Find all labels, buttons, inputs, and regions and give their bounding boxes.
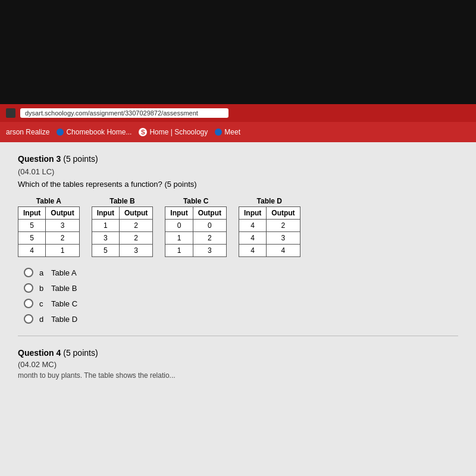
- table-b-header-output: Output: [119, 207, 152, 220]
- nav-item-arson[interactable]: arson Realize: [6, 128, 49, 136]
- radio-a[interactable]: [24, 268, 33, 277]
- table-a-r2-output: 2: [46, 232, 79, 245]
- radio-d[interactable]: [24, 314, 33, 324]
- table-row: 1 2: [165, 232, 227, 245]
- tables-container: Table A Input Output 5 3: [18, 197, 458, 257]
- radio-b[interactable]: [24, 283, 33, 293]
- table-row: 3 2: [92, 232, 153, 245]
- table-row: 4 1: [18, 245, 80, 257]
- table-b-r1-output: 2: [119, 220, 152, 232]
- table-b-r3-input: 5: [92, 245, 119, 257]
- nav-label-meet: Meet: [224, 128, 240, 136]
- table-c-r1-input: 0: [165, 220, 193, 232]
- table-row: 1 2: [92, 220, 153, 232]
- question4-bottom-text: month to buy plants. The table shows the…: [18, 371, 458, 380]
- table-c-r3-input: 1: [165, 245, 193, 257]
- table-c-r3-output: 3: [193, 245, 226, 257]
- table-a-r2-input: 5: [18, 232, 46, 245]
- table-a-r3-output: 1: [46, 245, 79, 257]
- table-c-header-input: Input: [165, 207, 193, 220]
- table-d-wrapper: Table D Input Output 4 2: [239, 197, 300, 257]
- table-c-header-output: Output: [193, 207, 226, 220]
- table-c-label: Table C: [183, 197, 208, 205]
- table-d: Input Output 4 2 4 3: [239, 206, 300, 257]
- question3-text: Which of the tables represents a functio…: [18, 180, 458, 189]
- nav-label-arson: arson Realize: [6, 128, 49, 136]
- table-a-header-output: Output: [46, 207, 79, 220]
- table-c-wrapper: Table C Input Output 0 0: [165, 197, 227, 257]
- answer-choices: a Table A b Table B c Table C d Table D: [24, 268, 458, 324]
- table-d-label: Table D: [257, 197, 282, 205]
- question4: Question 4 (5 points) (04.02 MC) month t…: [18, 348, 458, 380]
- table-d-r3-output: 4: [267, 245, 300, 257]
- chomebook-icon: [57, 129, 64, 136]
- nav-label-schoology: Home | Schoology: [149, 128, 208, 136]
- radio-c[interactable]: [24, 299, 33, 308]
- main-content: Question 3 (5 points) (04.01 LC) Which o…: [0, 142, 476, 476]
- table-a-header-input: Input: [18, 207, 46, 220]
- table-c-r2-input: 1: [165, 232, 193, 245]
- question3-header: Question 3 (5 points): [18, 154, 458, 164]
- answer-b-text: Table B: [51, 284, 77, 293]
- answer-b-letter: b: [39, 284, 45, 293]
- table-row: 4 4: [239, 245, 300, 257]
- table-row: 5 2: [18, 232, 80, 245]
- nav-label-chomebook: Chomebook Home...: [66, 128, 131, 136]
- question4-code: (04.02 MC): [18, 360, 458, 369]
- answer-d-letter: d: [39, 315, 45, 324]
- table-d-header-input: Input: [239, 207, 266, 220]
- answer-a-letter: a: [39, 268, 45, 277]
- table-a-wrapper: Table A Input Output 5 3: [18, 197, 80, 257]
- table-d-r1-output: 2: [267, 220, 300, 232]
- meet-icon: [215, 129, 222, 136]
- top-black-area: [0, 0, 476, 104]
- nav-item-schoology[interactable]: S Home | Schoology: [139, 128, 208, 136]
- table-d-header-output: Output: [267, 207, 300, 220]
- browser-bar: dysart.schoology.com/assignment/33070298…: [0, 104, 476, 122]
- nav-item-chomebook[interactable]: Chomebook Home...: [57, 128, 131, 136]
- table-a-r1-output: 3: [46, 220, 79, 232]
- table-row: 5 3: [18, 220, 80, 232]
- answer-c-letter: c: [39, 299, 45, 308]
- nav-item-meet[interactable]: Meet: [215, 128, 240, 136]
- table-b-wrapper: Table B Input Output 1 2: [92, 197, 154, 257]
- answer-d[interactable]: d Table D: [24, 314, 458, 324]
- table-row: 0 0: [165, 220, 227, 232]
- answer-a[interactable]: a Table A: [24, 268, 458, 277]
- question4-header: Question 4 (5 points): [18, 348, 458, 358]
- answer-c-text: Table C: [51, 299, 77, 308]
- nav-bar: arson Realize Chomebook Home... S Home |…: [0, 122, 476, 142]
- table-c: Input Output 0 0 1 2: [165, 206, 227, 257]
- question3-code: (04.01 LC): [18, 167, 458, 176]
- url-bar[interactable]: dysart.schoology.com/assignment/33070298…: [20, 108, 228, 118]
- table-b-r2-input: 3: [92, 232, 119, 245]
- table-b-label: Table B: [109, 197, 134, 205]
- table-a-label: Table A: [36, 197, 61, 205]
- table-b-r3-output: 3: [119, 245, 152, 257]
- table-row: 1 3: [165, 245, 227, 257]
- table-a-r3-input: 4: [18, 245, 46, 257]
- answer-d-text: Table D: [51, 315, 77, 324]
- table-row: 4 3: [239, 232, 300, 245]
- table-d-r1-input: 4: [239, 220, 266, 232]
- table-d-r2-input: 4: [239, 232, 266, 245]
- table-d-r2-output: 3: [267, 232, 300, 245]
- table-c-r2-output: 2: [193, 232, 226, 245]
- table-row: 4 2: [239, 220, 300, 232]
- answer-b[interactable]: b Table B: [24, 283, 458, 293]
- question-divider: [18, 336, 458, 336]
- table-b-r1-input: 1: [92, 220, 119, 232]
- table-d-r3-input: 4: [239, 245, 266, 257]
- table-c-r1-output: 0: [193, 220, 226, 232]
- answer-c[interactable]: c Table C: [24, 299, 458, 308]
- favicon: [6, 108, 15, 118]
- table-a-r1-input: 5: [18, 220, 46, 232]
- table-b: Input Output 1 2 3 2: [92, 206, 154, 257]
- table-a: Input Output 5 3 5 2: [18, 206, 80, 257]
- table-row: 5 3: [92, 245, 153, 257]
- table-b-header-input: Input: [92, 207, 119, 220]
- answer-a-text: Table A: [51, 268, 77, 277]
- question3: Question 3 (5 points) (04.01 LC) Which o…: [18, 154, 458, 324]
- table-b-r2-output: 2: [119, 232, 152, 245]
